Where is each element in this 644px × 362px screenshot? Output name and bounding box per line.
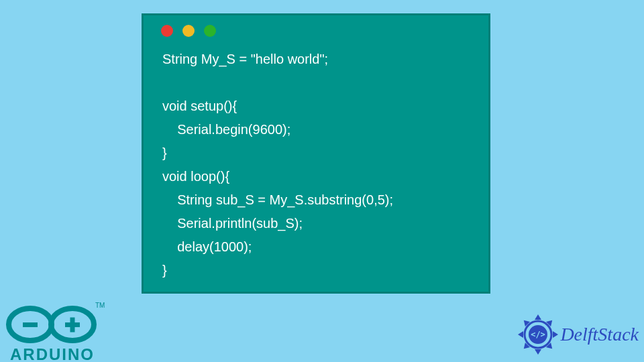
delftstack-label: DelftStack bbox=[560, 324, 639, 345]
svg-text:</>: </> bbox=[531, 330, 546, 339]
svg-marker-8 bbox=[518, 331, 523, 338]
close-icon bbox=[161, 25, 173, 37]
code-window: String My_S = "hello world"; void setup(… bbox=[142, 13, 490, 294]
svg-marker-6 bbox=[535, 314, 541, 320]
arduino-label: ARDUINO bbox=[10, 345, 95, 362]
delftstack-logo: </> DelftStack bbox=[516, 312, 639, 357]
svg-marker-7 bbox=[535, 349, 541, 355]
svg-rect-4 bbox=[70, 318, 75, 333]
code-block: String My_S = "hello world"; void setup(… bbox=[157, 48, 475, 282]
maximize-icon bbox=[204, 25, 216, 37]
svg-text:TM: TM bbox=[95, 302, 105, 309]
svg-rect-2 bbox=[23, 322, 38, 327]
window-traffic-lights bbox=[161, 25, 475, 37]
svg-marker-9 bbox=[553, 331, 558, 338]
delftstack-emblem-icon: </> bbox=[516, 312, 560, 357]
minimize-icon bbox=[182, 25, 195, 37]
arduino-logo: TM ARDUINO bbox=[0, 301, 107, 362]
